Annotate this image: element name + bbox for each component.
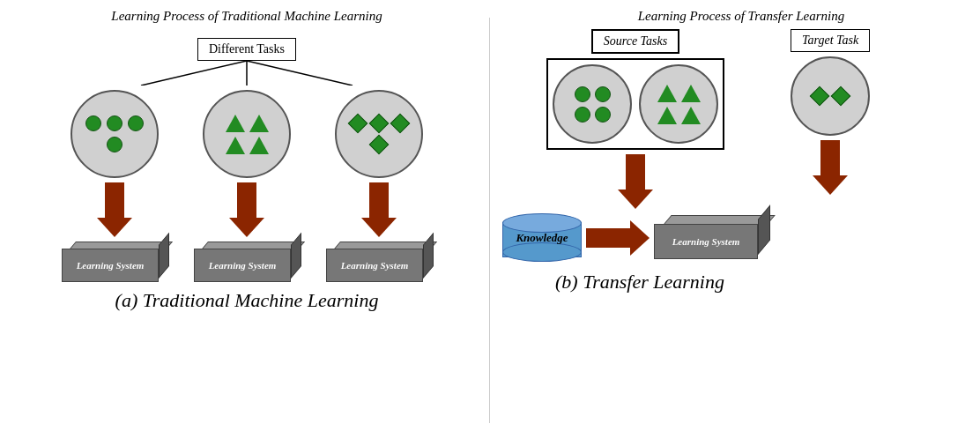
- source-circle-2: [639, 64, 718, 144]
- green-diamond-1: [348, 114, 368, 134]
- src-circle-4: [595, 107, 611, 123]
- circle-item-3: Learning System: [326, 90, 432, 277]
- right-side: Learning Process of Transfer Learning So…: [494, 0, 980, 446]
- green-triangle-3: [226, 137, 245, 154]
- green-triangle-2: [249, 115, 269, 132]
- learning-box-2: Learning System: [194, 242, 300, 277]
- learning-box-right: Learning System: [654, 215, 768, 261]
- target-task-section: Target Task: [791, 29, 870, 248]
- arrow-head-1: [97, 218, 132, 237]
- knowledge-label: Knowledge: [502, 231, 582, 245]
- arrow-shaft-2: [237, 182, 256, 218]
- triangles-container: [217, 115, 277, 154]
- right-upper-row: Source Tasks: [502, 29, 980, 262]
- source-circle-1: [553, 64, 632, 144]
- target-circle: [791, 56, 870, 136]
- arrow-head-tgt: [813, 175, 848, 195]
- green-circle-3: [128, 115, 144, 131]
- circle-item-2: Learning System: [194, 90, 300, 277]
- tgt-diamond-1: [810, 86, 830, 107]
- source-tasks-box: Source Tasks: [591, 29, 679, 54]
- green-circle-2: [107, 115, 122, 131]
- source-tasks-inner-box: [546, 58, 724, 150]
- arrow-head-2: [229, 218, 264, 237]
- left-caption: (a) Traditional Machine Learning: [115, 289, 379, 312]
- source-dots: [566, 86, 619, 123]
- right-caption: (b) Transfer Learning: [555, 271, 724, 294]
- diamonds-container: [349, 116, 409, 152]
- arrow-right-head: [630, 220, 650, 256]
- tree-svg: [88, 61, 405, 85]
- arrow-down-3: [361, 182, 397, 237]
- lbox-right-front: Learning System: [654, 224, 758, 259]
- src-tri-3: [657, 107, 677, 124]
- arrow-right: [586, 220, 650, 256]
- green-diamond-2: [369, 114, 390, 134]
- tgt-diamond-2: [831, 86, 851, 107]
- divider: [489, 18, 490, 423]
- arrow-shaft-src: [626, 154, 645, 190]
- diagram-container: Learning Process of Traditional Machine …: [0, 0, 980, 446]
- learning-system-label-2: Learning System: [209, 260, 277, 271]
- arrow-down-2: [229, 182, 264, 237]
- circle-dots: [71, 90, 159, 178]
- arrow-head-3: [361, 218, 397, 237]
- different-tasks-box: Different Tasks: [197, 38, 296, 61]
- tree-lines: [88, 61, 405, 85]
- arrow-shaft-tgt: [820, 140, 840, 175]
- arrow-shaft-1: [105, 182, 124, 218]
- svg-line-0: [141, 61, 247, 85]
- lbox-front-2: Learning System: [194, 249, 291, 282]
- source-tasks-section: Source Tasks: [502, 29, 768, 262]
- knowledge-cylinder: Knowledge: [502, 213, 582, 262]
- lbox-side-2: [291, 233, 301, 279]
- learning-system-label-1: Learning System: [77, 260, 145, 271]
- cyl-bottom: [502, 242, 582, 262]
- lbox-front-3: Learning System: [326, 249, 423, 282]
- arrow-down-target: [813, 140, 848, 195]
- circle-diamonds: [335, 90, 423, 178]
- learning-box-1: Learning System: [62, 242, 167, 277]
- src-tri-1: [657, 85, 677, 102]
- arrow-head-src: [618, 190, 653, 209]
- src-tri-2: [681, 85, 701, 102]
- green-circle-1: [85, 115, 101, 131]
- left-title: Learning Process of Traditional Machine …: [111, 9, 382, 24]
- src-circle-2: [595, 86, 611, 102]
- target-diamonds: [804, 89, 857, 103]
- source-triangles: [652, 85, 705, 124]
- learning-box-3: Learning System: [326, 242, 432, 277]
- lbox-side-3: [423, 233, 434, 279]
- learning-system-label-right: Learning System: [672, 236, 740, 247]
- arrow-shaft-3: [369, 182, 389, 218]
- green-triangle-1: [226, 115, 245, 132]
- circle-item-1: Learning System: [62, 90, 167, 277]
- left-side: Learning Process of Traditional Machine …: [0, 0, 494, 446]
- src-circle-1: [575, 86, 590, 102]
- green-triangle-4: [249, 137, 269, 154]
- green-circle-4: [107, 137, 122, 152]
- src-tri-4: [681, 107, 701, 124]
- svg-line-2: [247, 61, 353, 85]
- lbox-right-side: [758, 204, 770, 255]
- lbox-side-1: [159, 233, 169, 279]
- arrow-down-1: [97, 182, 132, 237]
- lbox-front-1: Learning System: [62, 249, 159, 282]
- src-circle-3: [575, 107, 590, 123]
- circle-triangles: [203, 90, 291, 178]
- arrow-right-shaft: [586, 228, 630, 248]
- arrow-down-source: [618, 154, 653, 209]
- circles-row: Learning System: [62, 90, 432, 277]
- green-diamond-3: [390, 114, 411, 134]
- green-diamond-4: [369, 135, 390, 155]
- dots-container: [85, 115, 145, 152]
- target-task-box: Target Task: [791, 29, 870, 52]
- right-title: Learning Process of Transfer Learning: [502, 9, 980, 24]
- learning-system-label-3: Learning System: [341, 260, 409, 271]
- knowledge-row: Knowledge Learning System: [502, 213, 768, 262]
